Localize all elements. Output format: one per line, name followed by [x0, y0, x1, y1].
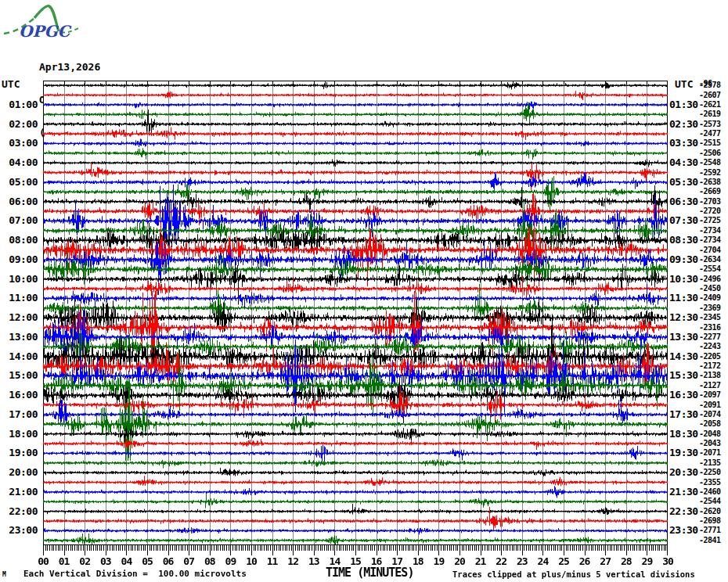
left-hour-label: 03:00	[0, 137, 38, 149]
minute-tick-label: 21	[475, 555, 486, 567]
left-hour-label: 13:00	[0, 331, 38, 343]
trace-mean-value: -2704	[699, 246, 721, 254]
minute-tick-label: 19	[434, 555, 445, 567]
trace-mean-value: -2634	[699, 255, 721, 264]
left-hour-label: 18:00	[0, 428, 38, 440]
left-hour-label: 17:00	[0, 408, 38, 420]
minute-tick-label: 09	[225, 555, 236, 567]
right-hour-label: 14:30	[669, 350, 698, 362]
trace-mean-value: -2409	[699, 293, 721, 302]
logo-text: OPGC	[19, 22, 72, 41]
trace-mean-value: -2506	[699, 149, 721, 157]
left-hour-label: 21:00	[0, 486, 38, 498]
minute-tick-label: 26	[579, 555, 590, 567]
trace-mean-value: -2355	[699, 478, 721, 487]
right-hour-label: 21:30	[669, 486, 698, 498]
minute-tick-label: 10	[246, 555, 257, 567]
minute-tick-label: 30	[662, 555, 673, 567]
trace-mean-value: -2734	[699, 226, 721, 235]
left-hour-label: 19:00	[0, 447, 38, 458]
trace-mean-value: -2316	[699, 323, 721, 332]
trace-mean-value: -2669	[699, 187, 721, 196]
trace-mean-value: -2277	[699, 332, 721, 341]
left-hour-label: 11:00	[0, 292, 38, 304]
left-hour-label: 06:00	[0, 196, 38, 207]
minute-tick-label: 11	[267, 555, 278, 567]
right-hour-label: 23:30	[669, 524, 698, 536]
trace-mean-value: -2172	[699, 361, 721, 370]
minute-tick-label: 06	[163, 555, 174, 567]
utc-label-left: UTC	[2, 78, 20, 90]
right-hour-label: 08:30	[669, 234, 698, 246]
trace-mean-value: -2592	[699, 168, 721, 177]
right-hour-label: 22:30	[669, 505, 698, 517]
trace-mean-value: -2477	[699, 129, 721, 138]
left-hour-label: 20:00	[0, 466, 38, 478]
trace-mean-value: -2205	[699, 352, 721, 361]
minute-tick-label: 28	[621, 555, 632, 567]
right-hour-label: 18:30	[669, 428, 698, 440]
right-hour-label: 02:30	[669, 118, 698, 130]
minute-tick-label: 25	[558, 555, 569, 567]
right-hour-label: 13:30	[669, 331, 698, 343]
left-hour-label: 14:00	[0, 350, 38, 362]
opgc-logo: OPGC	[2, 2, 84, 41]
x-axis-title: TIME (MINUTES)	[326, 566, 413, 580]
minute-tick-label: 13	[308, 555, 319, 567]
right-hour-label: 19:30	[669, 447, 698, 458]
minute-tick-label: 03	[100, 555, 111, 567]
trace-mean-value: -2460	[699, 487, 721, 496]
minute-tick-label: 05	[142, 555, 153, 567]
right-hour-label: 10:30	[669, 273, 698, 285]
right-hour-label: 15:30	[669, 369, 698, 381]
right-hour-label: 20:30	[669, 466, 698, 478]
utc-label-right: UTC	[675, 78, 693, 90]
footer-corner-glyph: M	[2, 571, 6, 578]
minute-tick-label: 08	[204, 555, 215, 567]
trace-mean-value: -2048	[699, 429, 721, 438]
trace-mean-value: -2771	[699, 526, 721, 534]
trace-mean-value: -2097	[699, 390, 721, 399]
trace-mean-value: -2127	[699, 381, 721, 390]
trace-mean-value: -2250	[699, 468, 721, 476]
left-hour-label: 04:00	[0, 156, 38, 168]
right-hour-label: 04:30	[669, 156, 698, 168]
trace-mean-value: -2496	[699, 275, 721, 283]
right-hour-label: 12:30	[669, 311, 698, 323]
left-hour-label: 10:00	[0, 273, 38, 285]
trace-mean-value: -2698	[699, 516, 721, 525]
minute-tick-label: 23	[517, 555, 528, 567]
right-hour-label: 05:30	[669, 176, 698, 188]
trace-mean-value: -2369	[699, 304, 721, 312]
trace-mean-value: -2841	[699, 536, 721, 544]
trace-mean-value: -2450	[699, 284, 721, 293]
trace-mean-value: -2138	[699, 371, 721, 379]
trace-mean-value: -2345	[699, 313, 721, 322]
trace-mean-value: -2720	[699, 207, 721, 215]
trace-mean-value: -2703	[699, 197, 721, 206]
minute-tick-label: 12	[287, 555, 298, 567]
helicorder-canvas	[43, 81, 668, 557]
vertical-division-note: Each Vertical Division = 100.00 microvol…	[23, 569, 247, 579]
minute-tick-label: 00	[38, 555, 49, 567]
minute-tick-label: 24	[538, 555, 549, 567]
right-hour-label: 01:30	[669, 99, 698, 110]
trace-mean-value: -2621	[699, 100, 721, 109]
right-hour-label: 09:30	[669, 253, 698, 265]
left-hour-label: 08:00	[0, 234, 38, 246]
trace-mean-value: -2638	[699, 178, 721, 186]
left-hour-label: 07:00	[0, 214, 38, 226]
trace-mean-value: -2243	[699, 342, 721, 350]
minute-tick-label: 07	[183, 555, 194, 567]
trace-mean-value: -2135	[699, 458, 721, 467]
trace-mean-value: -2074	[699, 410, 721, 419]
minute-tick-label: 29	[642, 555, 653, 567]
trace-mean-value: -2548	[699, 158, 721, 167]
left-hour-label: 09:00	[0, 253, 38, 265]
minute-tick-label: 27	[600, 555, 611, 567]
trace-mean-value: -2734	[699, 235, 721, 244]
overlay-mean-value: -96	[699, 79, 712, 88]
right-hour-label: 07:30	[669, 214, 698, 226]
trace-mean-value: -2071	[699, 448, 721, 457]
trace-mean-value: -2573	[699, 120, 721, 128]
